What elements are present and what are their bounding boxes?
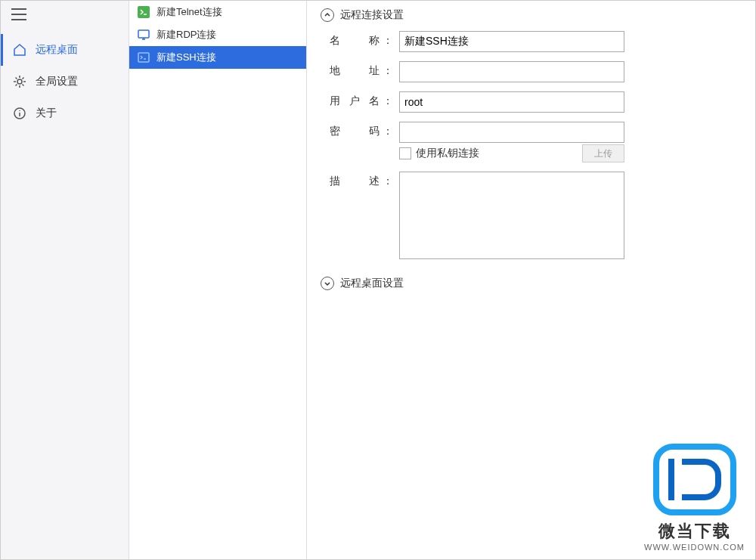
section-remote-desktop-header[interactable]: 远程桌面设置	[321, 277, 742, 290]
nav-list: 远程桌面 全局设置 关于	[1, 34, 129, 129]
name-input[interactable]	[399, 31, 624, 52]
description-label: 描 述	[330, 172, 383, 188]
svg-point-0	[17, 79, 22, 84]
form-section: 名 称： 地 址： 用户名： 密 码： 使用私钥连接 上传	[321, 31, 742, 261]
sidebar-item-label: 关于	[36, 107, 57, 120]
info-icon	[13, 107, 26, 120]
gear-icon	[13, 75, 26, 88]
use-private-key-label: 使用私钥连接	[416, 147, 479, 160]
menu-toggle-button[interactable]	[1, 1, 129, 28]
home-icon	[13, 43, 26, 57]
connection-item-rdp[interactable]: 新建RDP连接	[129, 23, 306, 46]
telnet-icon	[137, 5, 150, 19]
section-remote-connection-header[interactable]: 远程连接设置	[321, 8, 742, 22]
sidebar-item-label: 远程桌面	[36, 43, 78, 57]
sidebar-item-label: 全局设置	[36, 75, 78, 88]
connection-item-label: 新建RDP连接	[156, 28, 216, 42]
watermark: 微当下载 WWW.WEIDOWN.COM	[644, 444, 745, 552]
password-label: 密 码	[330, 122, 383, 138]
connection-list: 新建Telnet连接 新建RDP连接 新建SSH连接	[129, 1, 307, 559]
connection-item-label: 新建SSH连接	[156, 51, 216, 64]
app-window: 远程桌面 全局设置 关于 新建Telnet连接	[0, 0, 756, 560]
address-label: 地 址	[330, 61, 383, 78]
svg-rect-3	[138, 30, 149, 38]
hamburger-icon	[11, 8, 26, 20]
upload-button[interactable]: 上传	[582, 144, 624, 162]
name-label: 名 称	[330, 31, 383, 48]
connection-item-telnet[interactable]: 新建Telnet连接	[129, 1, 306, 23]
sidebar-item-remote-desktop[interactable]: 远程桌面	[1, 34, 129, 66]
sidebar-item-global-settings[interactable]: 全局设置	[1, 66, 129, 97]
username-input[interactable]	[399, 91, 624, 113]
address-input[interactable]	[399, 61, 624, 82]
terminal-icon	[137, 51, 150, 64]
chevron-down-icon	[321, 277, 334, 290]
sidebar: 远程桌面 全局设置 关于	[1, 1, 129, 559]
section-title: 远程桌面设置	[340, 277, 404, 290]
watermark-url: WWW.WEIDOWN.COM	[644, 543, 745, 552]
use-private-key-checkbox[interactable]	[399, 147, 411, 159]
description-input[interactable]	[399, 172, 624, 259]
svg-rect-4	[138, 53, 149, 62]
username-label: 用户名	[330, 91, 383, 108]
chevron-up-icon	[321, 8, 334, 22]
watermark-logo-icon	[653, 444, 736, 515]
monitor-icon	[137, 28, 150, 42]
connection-item-ssh[interactable]: 新建SSH连接	[129, 46, 306, 69]
password-input[interactable]	[399, 122, 624, 143]
sidebar-item-about[interactable]: 关于	[1, 97, 129, 129]
detail-panel: 远程连接设置 名 称： 地 址： 用户名： 密 码：	[307, 1, 755, 559]
section-title: 远程连接设置	[340, 8, 404, 22]
watermark-title: 微当下载	[644, 520, 745, 543]
connection-item-label: 新建Telnet连接	[156, 5, 222, 19]
